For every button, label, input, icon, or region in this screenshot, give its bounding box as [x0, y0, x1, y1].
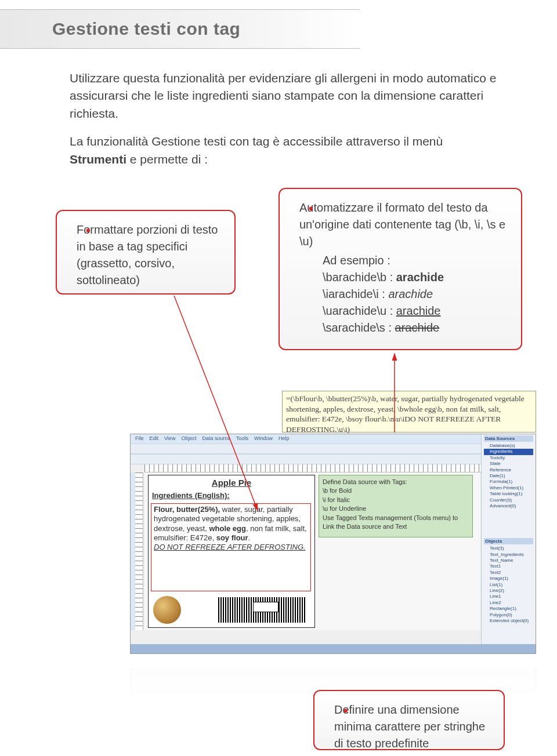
formula-tooltip: =(\bFlour\b, \bbutter(25%)\b, water, sug… — [282, 391, 536, 432]
menu-help[interactable]: Help — [278, 435, 290, 442]
panel-hdr-objects: Objects — [484, 538, 533, 544]
tree-obj[interactable]: Polygon(0) — [484, 612, 533, 618]
barcode — [218, 597, 305, 623]
menu-datasource[interactable]: Data source — [202, 435, 230, 442]
pie-image — [153, 596, 181, 624]
tree-db-item[interactable]: State — [484, 461, 533, 467]
tree-obj[interactable]: Image(1) — [484, 576, 533, 581]
menu-object[interactable]: Object — [181, 435, 196, 442]
tree-obj[interactable]: Text(3) — [484, 546, 533, 551]
panel-hdr-datasources: Data Sources — [484, 435, 533, 442]
intro-p2: La funzionalità Gestione testi con tag è… — [70, 133, 499, 168]
tree-obj[interactable]: Extended object(0) — [484, 618, 533, 624]
status-bar — [131, 644, 536, 653]
tree-group[interactable]: Advanced(0) — [484, 503, 533, 509]
tree-db-item[interactable]: Toxicity — [484, 455, 533, 461]
callout-minsize: • Definire una dimensione minima caratte… — [313, 690, 505, 750]
menu-tools[interactable]: Tools — [236, 435, 248, 442]
ruler-vertical — [135, 472, 143, 630]
tree-group[interactable]: Table looking(1) — [484, 491, 533, 497]
tree-db-ingredients[interactable]: Ingredients — [484, 449, 533, 455]
menu-edit[interactable]: Edit — [150, 435, 159, 442]
ruler-horizontal — [144, 464, 536, 472]
menu-file[interactable]: File — [135, 435, 144, 442]
callout-auto: • Automatizzare il formato del testo da … — [278, 188, 522, 350]
tree-group[interactable]: Formula(1) — [484, 479, 533, 485]
example-strike: \sarachide\s : arachide — [323, 319, 509, 336]
tool-strip[interactable] — [131, 472, 135, 630]
tree-obj[interactable]: Text1 — [484, 564, 533, 569]
callout-format: • Formattare porzioni di testo in base a… — [56, 210, 236, 295]
ingredients-box: Flour, butter(25%), water, sugar, partia… — [151, 503, 311, 591]
define-datasource-note: Define Data source with Tags: \b for Bol… — [319, 475, 473, 537]
menu-window[interactable]: Window — [254, 435, 273, 442]
label-preview: Apple Pie Ingredients (English): Flour, … — [148, 475, 315, 628]
example-bold: \barachide\b : arachide — [323, 269, 509, 286]
tree-obj[interactable]: Line2 — [484, 600, 533, 606]
bullet-icon: • — [86, 221, 91, 240]
tree-obj[interactable]: Text_Ingredients — [484, 552, 533, 558]
intro-block: Utilizzare questa funzionalità per evide… — [70, 70, 499, 179]
tree-group[interactable]: Counter(0) — [484, 497, 533, 503]
intro-p1: Utilizzare questa funzionalità per evide… — [70, 70, 499, 122]
example-italic: \iarachide\i : arachide — [323, 286, 509, 303]
tree-obj[interactable]: Text_Name — [484, 558, 533, 564]
callout-format-text: Formattare porzioni di testo in base a t… — [77, 223, 218, 286]
callout-auto-line1: Automatizzare il formato del testo da un… — [299, 201, 505, 248]
example-label: Ad esempio : — [323, 252, 509, 269]
app-screenshot: File Edit View Object Data source Tools … — [130, 434, 536, 654]
toolbar-1[interactable] — [131, 444, 536, 454]
label-subtitle: Ingredients (English): — [152, 491, 314, 500]
tree-db-item[interactable]: Reference — [484, 467, 533, 473]
bullet-icon: • — [309, 199, 313, 218]
tree-group[interactable]: When Printed(1) — [484, 485, 533, 491]
toolbar-2[interactable] — [131, 454, 536, 464]
bullet-icon: • — [343, 702, 348, 720]
side-panel[interactable]: Data Sources Database(s) Ingredients Tox… — [481, 434, 536, 653]
tree-obj[interactable]: Rectangle(1) — [484, 606, 533, 612]
tree-obj[interactable]: Line1 — [484, 594, 533, 599]
tree-database[interactable]: Database(s) — [484, 443, 533, 449]
menubar[interactable]: File Edit View Object Data source Tools … — [131, 434, 536, 444]
design-canvas[interactable]: Apple Pie Ingredients (English): Flour, … — [144, 472, 480, 630]
tree-obj[interactable]: Line(2) — [484, 588, 533, 594]
title-banner: Gestione testi con tag — [0, 9, 360, 49]
tree-obj[interactable]: List(1) — [484, 582, 533, 588]
callout-minsize-text: Definire una dimensione minima carattere… — [334, 703, 485, 750]
tree-group[interactable]: Date(1) — [484, 473, 533, 479]
page-title: Gestione testi con tag — [52, 19, 240, 39]
example-underline: \uarachide\u : arachide — [323, 303, 509, 319]
label-title: Apple Pie — [149, 478, 314, 488]
tree-obj[interactable]: Text2 — [484, 570, 533, 576]
menu-view[interactable]: View — [164, 435, 175, 442]
